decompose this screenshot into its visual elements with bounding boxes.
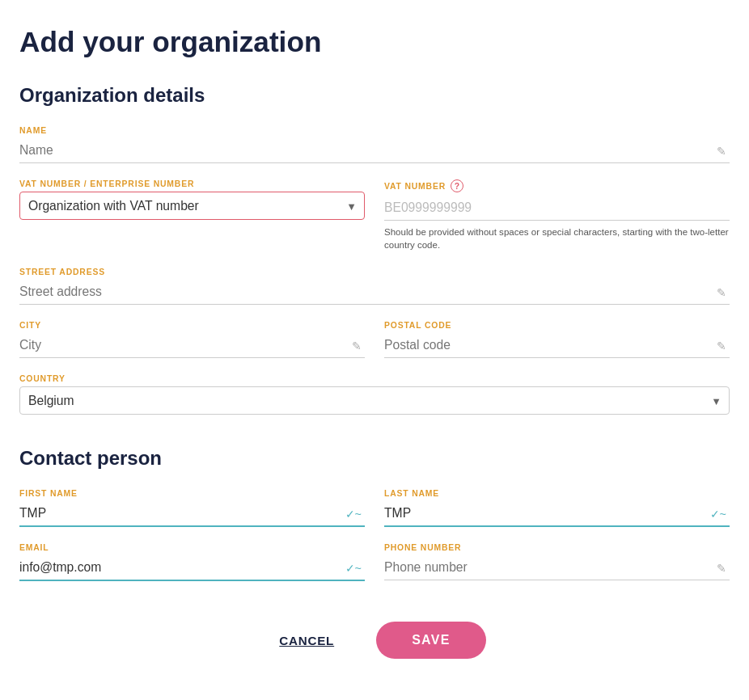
- street-field-group: STREET ADDRESS ✎: [19, 268, 730, 305]
- first-name-label: FIRST NAME: [19, 489, 365, 498]
- city-label: CITY: [19, 321, 365, 330]
- name-input-wrap: ✎: [19, 138, 730, 163]
- vat-enterprise-select[interactable]: Organization with VAT number Organizatio…: [19, 192, 365, 220]
- save-button[interactable]: SAVE: [376, 622, 486, 659]
- postal-input-wrap: ✎: [384, 333, 730, 358]
- name-input[interactable]: [19, 138, 730, 163]
- country-label: COUNTRY: [19, 374, 730, 383]
- footer-actions: CANCEL SAVE: [19, 614, 730, 659]
- contact-section: Contact person FIRST NAME ✓~ LAST NAME ✓…: [19, 447, 730, 581]
- postal-input[interactable]: [384, 333, 730, 358]
- name-label: NAME: [19, 126, 730, 135]
- country-select-wrap: Belgium Netherlands France Germany Luxem…: [19, 386, 730, 415]
- street-input-wrap: ✎: [19, 280, 730, 305]
- vat-number-col: VAT NUMBER ? Should be provided without …: [384, 179, 730, 251]
- vat-enterprise-label: VAT NUMBER / ENTERPRISE NUMBER: [19, 179, 365, 188]
- country-field-group: COUNTRY Belgium Netherlands France Germa…: [19, 374, 730, 415]
- last-name-input-wrap: ✓~: [384, 501, 730, 527]
- vat-enterprise-col: VAT NUMBER / ENTERPRISE NUMBER Organizat…: [19, 179, 365, 251]
- email-input-wrap: ✓~: [19, 555, 365, 581]
- email-input[interactable]: [19, 555, 365, 581]
- cancel-button[interactable]: CANCEL: [263, 624, 350, 657]
- email-col: EMAIL ✓~: [19, 543, 365, 581]
- page-title: Add your organization: [19, 26, 730, 58]
- country-select[interactable]: Belgium Netherlands France Germany Luxem…: [19, 386, 730, 415]
- phone-input[interactable]: [384, 555, 730, 580]
- city-field-col: CITY ✎: [19, 321, 365, 358]
- first-name-col: FIRST NAME ✓~: [19, 489, 365, 527]
- first-name-input[interactable]: [19, 501, 365, 527]
- vat-number-label: VAT NUMBER: [384, 182, 446, 191]
- last-name-label: LAST NAME: [384, 489, 730, 498]
- vat-question-icon[interactable]: ?: [451, 179, 463, 192]
- last-name-input[interactable]: [384, 501, 730, 527]
- street-label: STREET ADDRESS: [19, 268, 730, 276]
- vat-row: VAT NUMBER / ENTERPRISE NUMBER Organizat…: [19, 179, 730, 251]
- street-input[interactable]: [19, 280, 730, 305]
- contact-heading: Contact person: [19, 447, 730, 470]
- city-postal-row: CITY ✎ POSTAL CODE ✎: [19, 321, 730, 358]
- org-details-heading: Organization details: [19, 84, 730, 107]
- postal-label: POSTAL CODE: [384, 321, 730, 330]
- city-input-wrap: ✎: [19, 333, 365, 358]
- last-name-col: LAST NAME ✓~: [384, 489, 730, 527]
- vat-hint-text: Should be provided without spaces or spe…: [384, 226, 730, 251]
- org-details-section: Organization details NAME ✎ VAT NUMBER /…: [19, 84, 730, 415]
- first-name-input-wrap: ✓~: [19, 501, 365, 527]
- email-phone-row: EMAIL ✓~ PHONE NUMBER ✎: [19, 543, 730, 581]
- vat-enterprise-select-wrap: Organization with VAT number Organizatio…: [19, 192, 365, 220]
- name-row: FIRST NAME ✓~ LAST NAME ✓~: [19, 489, 730, 527]
- postal-field-col: POSTAL CODE ✎: [384, 321, 730, 358]
- phone-input-wrap: ✎: [384, 555, 730, 580]
- vat-number-label-row: VAT NUMBER ?: [384, 179, 730, 192]
- phone-col: PHONE NUMBER ✎: [384, 543, 730, 581]
- city-input[interactable]: [19, 333, 365, 358]
- email-label: EMAIL: [19, 543, 365, 552]
- phone-label: PHONE NUMBER: [384, 543, 730, 552]
- name-field-group: NAME ✎: [19, 126, 730, 163]
- vat-number-input[interactable]: [384, 196, 730, 221]
